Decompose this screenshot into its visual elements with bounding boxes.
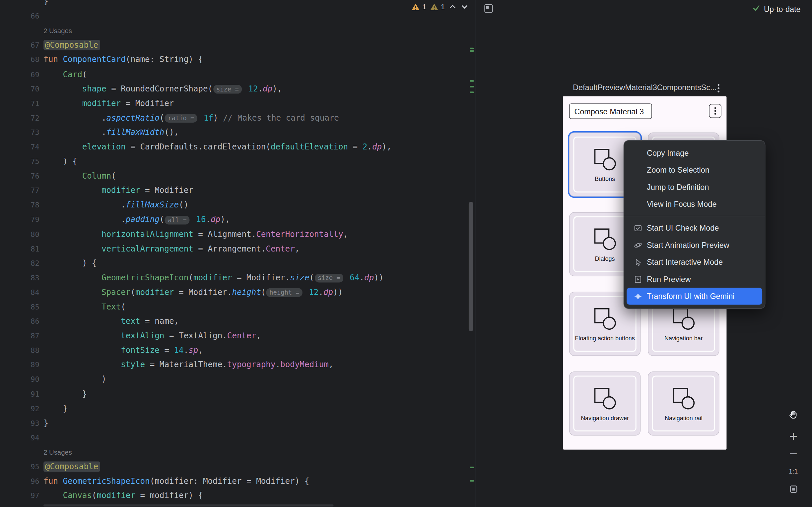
code-line[interactable]: 71 modifier = Modifier [0,96,475,111]
code-line[interactable]: 96fun GeometricShapeIcon(modifier: Modif… [0,474,475,489]
line-number[interactable]: 69 [0,70,40,78]
line-number[interactable]: 82 [0,259,40,268]
line-number[interactable]: 80 [0,230,40,238]
zoom-actual-size-button[interactable]: 1:1 [786,465,800,478]
preview-layout-icon[interactable] [484,4,494,14]
zoom-out-button[interactable]: − [786,447,800,461]
code-line[interactable]: 92 } [0,401,475,416]
line-number[interactable]: 94 [0,434,40,442]
line-number[interactable]: 75 [0,157,40,166]
code-line[interactable]: 69 Card( [0,67,475,81]
menu-item[interactable]: Run Preview [624,271,765,288]
line-number[interactable]: 96 [0,477,40,486]
line-number[interactable]: 72 [0,114,40,122]
menu-item[interactable]: Start Animation Preview [624,236,765,253]
usages-inlay-hint[interactable]: 2 Usages [44,27,72,35]
code-line[interactable]: 88 fontSize = 14.sp, [0,343,475,357]
code-line[interactable]: 72 .aspectRatio(ratio = 1f) // Makes the… [0,111,475,125]
code-line[interactable]: } [0,0,475,9]
code-line[interactable]: 68fun ComponentCard(name: String) { [0,52,475,67]
component-card[interactable]: Navigation drawer [569,372,641,436]
line-number[interactable]: 76 [0,172,40,180]
component-card[interactable]: Navigation rail [648,372,719,436]
line-number[interactable]: 91 [0,390,40,398]
line-number[interactable]: 81 [0,244,40,253]
previous-problem-button[interactable] [449,3,457,11]
code-line[interactable]: 91 } [0,387,475,401]
menu-item[interactable]: View in Focus Mode [624,195,765,213]
editor-scrollbar[interactable] [469,202,473,331]
line-number[interactable]: 66 [0,12,40,20]
line-number[interactable]: 71 [0,99,40,107]
line-number[interactable]: 87 [0,332,40,340]
editor-horizontal-scrollbar[interactable] [44,504,334,506]
usages-inlay-hint[interactable]: 2 Usages [44,449,72,456]
code-line[interactable]: 70 shape = RoundedCornerShape(size = 12.… [0,81,475,96]
code-line[interactable]: 66 [0,9,475,23]
code-line[interactable]: 94 [0,431,475,445]
line-number[interactable]: 83 [0,274,40,282]
zoom-to-fit-icon[interactable] [786,482,800,496]
next-problem-button[interactable] [460,3,469,11]
menu-separator [624,216,765,216]
code-line[interactable]: 80 horizontalAlignment = Alignment.Cente… [0,227,475,241]
code-line[interactable]: 75 ) { [0,154,475,169]
code-token [44,346,121,355]
code-line[interactable]: 78 .fillMaxSize() [0,198,475,212]
menu-item[interactable]: Zoom to Selection [624,161,765,179]
pan-hand-icon[interactable] [786,408,800,421]
code-line[interactable]: 79 .padding(all = 16.dp), [0,212,475,227]
zoom-in-button[interactable]: + [786,430,800,443]
code-line[interactable]: 97 Canvas(modifier = modifier) { [0,489,475,503]
code-line[interactable]: 82 ) { [0,256,475,270]
code-token: dp [323,288,333,297]
code-line[interactable]: 74 elevation = CardDefaults.cardElevatio… [0,139,475,154]
menu-item[interactable]: Transform UI with Gemini [626,288,762,305]
canvas-menu-button[interactable] [709,104,721,118]
line-number[interactable]: 97 [0,492,40,500]
code-line[interactable]: 89 style = MaterialTheme.typography.body… [0,357,475,372]
line-number[interactable]: 68 [0,56,40,64]
line-number[interactable]: 93 [0,419,40,427]
code-token [44,317,121,326]
code-line[interactable]: 84 Spacer(modifier = Modifier.height(hei… [0,285,475,299]
line-number[interactable]: 79 [0,215,40,224]
preview-options-kebab-icon[interactable] [712,82,724,94]
line-number[interactable]: 78 [0,201,40,209]
code-line[interactable]: 76 Column( [0,169,475,183]
line-number[interactable]: 89 [0,361,40,369]
line-number[interactable]: 86 [0,317,40,325]
code-line[interactable]: 67@Composable [0,38,475,52]
line-number[interactable]: 74 [0,143,40,151]
line-number[interactable]: 70 [0,84,40,93]
code-line[interactable]: 2 Usages [0,23,475,38]
code-line[interactable]: 2 Usages [0,445,475,460]
line-number[interactable]: 85 [0,302,40,311]
code-line[interactable]: 90 ) [0,372,475,387]
menu-item[interactable]: Start UI Check Mode [624,219,765,237]
line-number[interactable]: 84 [0,288,40,296]
code-editor[interactable]: }662 Usages67@Composable68fun ComponentC… [0,0,475,507]
code-line[interactable]: 93} [0,416,475,431]
line-number[interactable]: 73 [0,128,40,136]
code-line[interactable]: 77 modifier = Modifier [0,183,475,198]
line-number[interactable]: 90 [0,376,40,384]
code-area[interactable]: }662 Usages67@Composable68fun ComponentC… [0,0,475,503]
theme-name-field[interactable]: Compose Material 3 [569,103,652,119]
menu-item[interactable]: Copy Image [624,145,765,162]
line-number[interactable]: 92 [0,404,40,412]
menu-item[interactable]: Start Interactive Mode [624,253,765,271]
line-number[interactable]: 88 [0,346,40,354]
code-line[interactable]: 85 Text( [0,299,475,314]
code-line[interactable]: 83 GeometricShapeIcon(modifier = Modifie… [0,270,475,285]
inspections-widget[interactable]: 1 1 [411,3,469,11]
code-line[interactable]: 86 text = name, [0,314,475,329]
code-line[interactable]: 81 verticalArrangement = Arrangement.Cen… [0,241,475,256]
line-number[interactable]: 77 [0,186,40,194]
line-number[interactable]: 67 [0,41,40,49]
code-line[interactable]: 87 textAlign = TextAlign.Center, [0,329,475,343]
code-line[interactable]: 73 .fillMaxWidth(), [0,125,475,140]
line-number[interactable]: 95 [0,463,40,471]
code-line[interactable]: 95@Composable [0,459,475,474]
menu-item[interactable]: Jump to Definition [624,179,765,196]
